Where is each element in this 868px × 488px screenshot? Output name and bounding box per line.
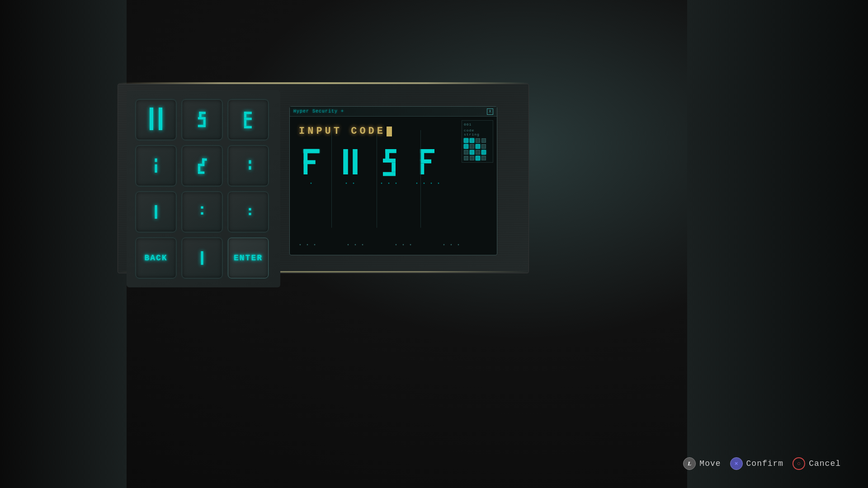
monitor-bottom-dots: • • • • • • • • • • • • xyxy=(299,243,461,248)
bg-right-panel xyxy=(687,0,868,488)
hint-cancel-label: Cancel xyxy=(809,459,841,468)
single-button[interactable] xyxy=(182,238,222,278)
key-btn-3[interactable] xyxy=(228,99,269,140)
svg-rect-18 xyxy=(198,171,204,174)
key-btn-8[interactable] xyxy=(182,192,222,232)
svg-rect-29 xyxy=(304,160,316,164)
monitor-header: Hyper Security + X xyxy=(290,107,497,117)
svg-rect-0 xyxy=(150,108,153,130)
mini-dot xyxy=(464,144,468,149)
monitor-body: 001 code string xyxy=(290,117,497,255)
symbol-dots-2: • • xyxy=(345,181,356,186)
code-symbol-3: • • • xyxy=(377,146,402,186)
svg-rect-21 xyxy=(155,205,157,219)
mini-dot xyxy=(476,150,480,155)
mini-dot xyxy=(470,138,474,143)
mini-dot xyxy=(481,150,486,155)
v-line-2 xyxy=(377,130,377,228)
mini-dot xyxy=(464,138,468,143)
bottom-dot-1: • • • xyxy=(299,243,317,248)
mini-dot xyxy=(464,150,468,155)
v-line-1 xyxy=(331,130,332,228)
svg-rect-19 xyxy=(249,160,251,164)
hint-move: L Move xyxy=(683,457,721,470)
svg-rect-3 xyxy=(199,112,201,117)
mini-dot xyxy=(470,156,474,160)
svg-rect-13 xyxy=(155,164,157,173)
svg-rect-5 xyxy=(203,119,206,125)
svg-rect-10 xyxy=(244,120,246,126)
code-symbol-2: • • xyxy=(338,146,363,186)
mini-dot xyxy=(481,156,486,160)
svg-rect-9 xyxy=(244,117,252,120)
mini-dot xyxy=(464,156,468,160)
svg-rect-1 xyxy=(159,108,162,130)
svg-rect-38 xyxy=(420,149,425,161)
l-button-icon: L xyxy=(683,457,696,470)
bottom-dot-3: • • • xyxy=(395,243,413,248)
svg-rect-20 xyxy=(249,166,251,170)
svg-rect-39 xyxy=(420,160,432,164)
symbol-dots-4: • • • • xyxy=(415,181,441,186)
mini-dot xyxy=(476,144,480,149)
bottom-dot-2: • • • xyxy=(347,243,365,248)
mini-dot xyxy=(470,144,474,149)
bottom-dot-4: • • • xyxy=(443,243,461,248)
enter-button[interactable]: ENTER xyxy=(228,238,269,278)
key-btn-9[interactable] xyxy=(228,192,269,232)
mini-dot xyxy=(481,138,486,143)
svg-rect-31 xyxy=(353,149,358,174)
input-code-label: INPUT CODE xyxy=(299,126,488,137)
keypad: BACK ENTER xyxy=(127,90,280,287)
svg-rect-23 xyxy=(201,212,203,215)
svg-rect-22 xyxy=(201,206,203,209)
hint-confirm: × Confirm xyxy=(730,457,784,470)
mini-dot xyxy=(470,150,474,155)
mini-label-id: 001 xyxy=(464,122,491,127)
bottom-row: BACK ENTER xyxy=(136,238,271,278)
svg-rect-6 xyxy=(198,125,206,127)
svg-rect-25 xyxy=(249,213,251,215)
monitor: Hyper Security + X 001 code string xyxy=(289,106,497,255)
cursor xyxy=(387,127,392,136)
hint-cancel: ○ Cancel xyxy=(793,457,841,470)
svg-rect-40 xyxy=(420,164,425,175)
svg-rect-24 xyxy=(249,208,251,210)
svg-rect-12 xyxy=(155,159,157,162)
code-symbol-4: • • • • xyxy=(415,146,441,186)
key-btn-2[interactable] xyxy=(182,99,222,140)
svg-rect-34 xyxy=(383,159,396,163)
mini-dot xyxy=(476,156,480,160)
svg-rect-17 xyxy=(198,166,200,172)
back-button[interactable]: BACK xyxy=(136,238,176,278)
x-button-icon: × xyxy=(730,457,743,470)
key-btn-1[interactable] xyxy=(136,99,176,140)
svg-rect-33 xyxy=(385,149,389,159)
mini-grid xyxy=(464,138,491,160)
key-btn-4[interactable] xyxy=(136,145,176,186)
key-btn-6[interactable] xyxy=(228,145,269,186)
symbol-dots-1: • xyxy=(310,181,313,186)
top-bar xyxy=(118,82,529,84)
svg-rect-15 xyxy=(202,159,204,164)
svg-rect-26 xyxy=(201,251,203,265)
monitor-close-btn[interactable]: X xyxy=(487,108,493,115)
svg-rect-16 xyxy=(198,164,204,166)
o-button-icon: ○ xyxy=(793,457,805,470)
monitor-mini-panel: 001 code string xyxy=(462,120,493,163)
mini-dot xyxy=(476,138,480,143)
key-btn-5[interactable] xyxy=(182,145,222,186)
svg-rect-8 xyxy=(244,112,246,117)
controller-hints: L Move × Confirm ○ Cancel xyxy=(683,457,841,470)
hint-confirm-label: Confirm xyxy=(746,459,784,468)
symbol-dots-3: • • • xyxy=(380,181,398,186)
svg-rect-36 xyxy=(383,172,396,176)
svg-rect-35 xyxy=(392,163,396,172)
keypad-grid xyxy=(136,99,271,232)
svg-rect-4 xyxy=(198,117,206,119)
key-btn-7[interactable] xyxy=(136,192,176,232)
bg-left-panel xyxy=(0,0,127,488)
code-display: • • • • • • xyxy=(299,146,488,186)
mini-label-sub: code string xyxy=(464,128,491,136)
monitor-title: Hyper Security + xyxy=(293,109,344,114)
